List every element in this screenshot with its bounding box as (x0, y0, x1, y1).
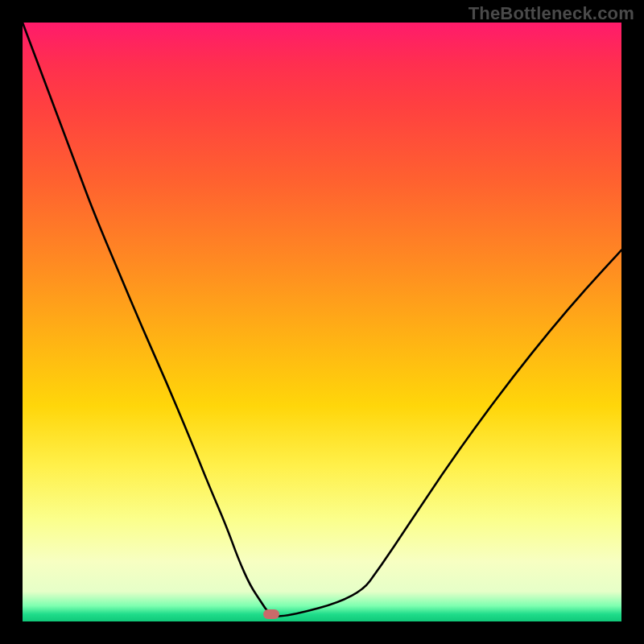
chart-frame: TheBottleneck.com (0, 0, 644, 644)
optimal-point-marker (263, 609, 279, 619)
bottleneck-curve-svg (23, 23, 621, 621)
bottleneck-curve-path (23, 23, 621, 616)
plot-area (23, 23, 621, 621)
watermark-text: TheBottleneck.com (469, 3, 634, 24)
